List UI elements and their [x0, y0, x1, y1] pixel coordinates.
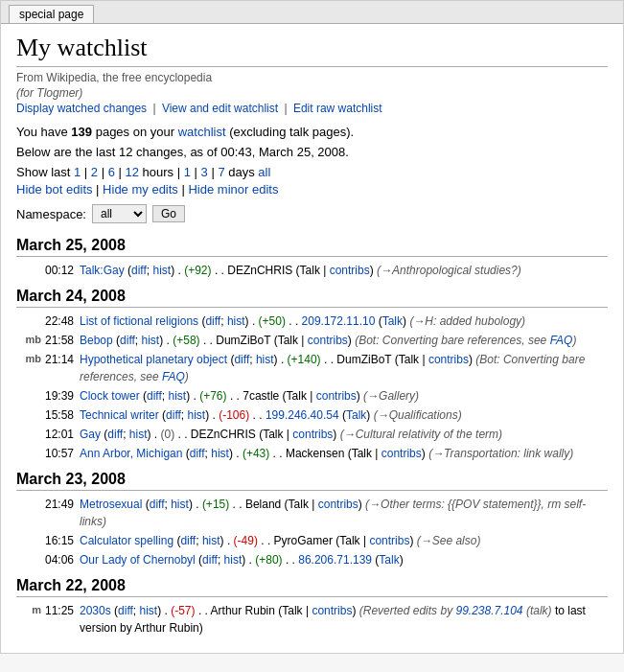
page-title: My watchlist: [16, 34, 608, 67]
main-content: My watchlist From Wikipedia, the free en…: [1, 24, 623, 653]
table-row: 21:49Metrosexual (diff; hist) . (+15) . …: [16, 495, 608, 531]
namespace-label: Namespace:: [16, 207, 86, 221]
info-count: 139: [71, 125, 92, 139]
change-flags: mb: [16, 351, 45, 367]
table-row: 10:57Ann Arbor, Michigan (diff; hist) . …: [16, 444, 608, 463]
info-postfix: (excluding talk pages).: [226, 125, 355, 139]
date-header: March 24, 2008: [16, 288, 608, 308]
namespace-line: Namespace: all Main Talk Go: [16, 204, 608, 223]
hide-line: Hide bot edits | Hide my edits | Hide mi…: [16, 182, 608, 197]
change-body: Hypothetical planetary object (diff; his…: [80, 351, 608, 385]
table-row: mb21:14Hypothetical planetary object (di…: [16, 350, 608, 386]
change-body: Bebop (diff; hist) . (+58) . . DumZiBoT …: [80, 332, 608, 349]
pipe-2: |: [284, 102, 287, 115]
table-row: 12:01Gay (diff; hist) . (0) . . DEZnCHRI…: [16, 425, 608, 444]
table-row: 19:39Clock tower (diff; hist) . (+76) . …: [16, 386, 608, 406]
change-time: 11:25: [45, 602, 80, 619]
change-time: 19:39: [45, 387, 80, 405]
change-body: Gay (diff; hist) . (0) . . DEZnCHRIS (Ta…: [80, 426, 608, 443]
changes-list: 00:12Talk:Gay (diff; hist) . (+92) . . D…: [16, 261, 608, 280]
display-watched-link[interactable]: Display watched changes: [16, 102, 147, 115]
change-time: 22:48: [45, 313, 80, 330]
date-header: March 23, 2008: [16, 471, 608, 491]
change-body: Calculator spelling (diff; hist) . (-49)…: [80, 532, 608, 549]
change-body: Clock tower (diff; hist) . (+76) . . 7ca…: [80, 387, 608, 405]
changes-list: m11:252030s (diff; hist) . (-57) . . Art…: [16, 601, 608, 637]
show-h7[interactable]: 7: [218, 165, 224, 179]
changes-list: 22:48List of fictional religions (diff; …: [16, 312, 608, 463]
change-time: 21:58: [45, 332, 80, 349]
change-body: Ann Arbor, Michigan (diff; hist) . (+43)…: [80, 445, 608, 462]
table-row: 04:06Our Lady of Chernobyl (diff; hist) …: [16, 550, 608, 569]
change-body: Our Lady of Chernobyl (diff; hist) . (+8…: [80, 551, 608, 568]
page-count-info: You have 139 pages on your watchlist (ex…: [16, 125, 608, 139]
change-time: 12:01: [45, 426, 80, 443]
show-h1[interactable]: 1: [184, 165, 191, 179]
date-header: March 22, 2008: [16, 577, 608, 597]
table-row: 15:58Technical writer (diff; hist) . (-1…: [16, 406, 608, 425]
change-body: Technical writer (diff; hist) . (-106) .…: [80, 406, 608, 424]
show-1[interactable]: 1: [74, 165, 81, 179]
change-flags: mb: [16, 332, 45, 348]
watchlist-links: Display watched changes | View and edit …: [16, 102, 608, 115]
tab-bar: special page: [1, 1, 623, 24]
show-h3[interactable]: 3: [201, 165, 208, 179]
show-6[interactable]: 6: [108, 165, 115, 179]
subtitle: From Wikipedia, the free encyclopedia: [16, 71, 608, 84]
change-time: 10:57: [45, 445, 80, 462]
sections-container: March 25, 200800:12Talk:Gay (diff; hist)…: [16, 237, 608, 637]
table-row: mb21:58Bebop (diff; hist) . (+58) . . Du…: [16, 331, 608, 350]
table-row: 00:12Talk:Gay (diff; hist) . (+92) . . D…: [16, 261, 608, 280]
change-time: 16:15: [45, 532, 80, 549]
show-all[interactable]: all: [258, 165, 270, 179]
change-time: 15:58: [45, 406, 80, 424]
below-line: Below are the last 12 changes, as of 00:…: [16, 145, 608, 159]
hide-my-edits[interactable]: Hide my edits: [103, 182, 178, 197]
namespace-select[interactable]: all Main Talk: [92, 204, 147, 223]
show-line: Show last 1 | 2 | 6 | 12 hours | 1 | 3 |…: [16, 165, 608, 179]
hide-minor-edits[interactable]: Hide minor edits: [188, 182, 278, 197]
changes-list: 21:49Metrosexual (diff; hist) . (+15) . …: [16, 495, 608, 569]
change-time: 04:06: [45, 551, 80, 568]
special-page-tab[interactable]: special page: [9, 5, 94, 23]
go-button[interactable]: Go: [152, 205, 185, 222]
change-flags: m: [16, 602, 45, 618]
change-body: Talk:Gay (diff; hist) . (+92) . . DEZnCH…: [80, 262, 608, 279]
info-prefix: You have: [16, 125, 71, 139]
change-body: 2030s (diff; hist) . (-57) . . Arthur Ru…: [80, 602, 608, 637]
table-row: m11:252030s (diff; hist) . (-57) . . Art…: [16, 601, 608, 637]
change-time: 00:12: [45, 262, 80, 279]
view-edit-watchlist-link[interactable]: View and edit watchlist: [162, 102, 278, 115]
info-suffix: pages on your: [92, 125, 178, 139]
watchlist-link[interactable]: watchlist: [178, 125, 226, 139]
change-time: 21:14: [45, 351, 80, 368]
change-body: List of fictional religions (diff; hist)…: [80, 313, 608, 330]
change-body: Metrosexual (diff; hist) . (+15) . . Bel…: [80, 496, 608, 530]
hide-bot-edits[interactable]: Hide bot edits: [16, 182, 93, 197]
pipe-1: |: [152, 102, 155, 115]
change-time: 21:49: [45, 496, 80, 513]
edit-raw-watchlist-link[interactable]: Edit raw watchlist: [293, 102, 382, 115]
for-user: (for Tlogmer): [16, 86, 608, 100]
date-header: March 25, 2008: [16, 237, 608, 257]
table-row: 16:15Calculator spelling (diff; hist) . …: [16, 531, 608, 550]
table-row: 22:48List of fictional religions (diff; …: [16, 312, 608, 331]
show-12[interactable]: 12: [126, 165, 139, 179]
show-2[interactable]: 2: [91, 165, 98, 179]
